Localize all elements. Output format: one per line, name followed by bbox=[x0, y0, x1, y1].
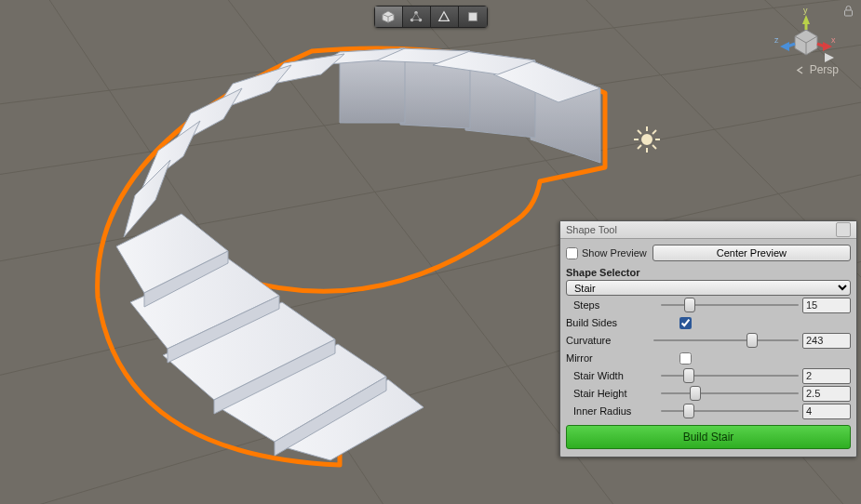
curved-stair-mesh[interactable] bbox=[42, 37, 638, 474]
projection-text: Persp bbox=[810, 63, 839, 76]
object-mode-button[interactable] bbox=[375, 7, 403, 27]
build-sides-checkbox[interactable] bbox=[679, 317, 692, 329]
cube-icon bbox=[382, 10, 395, 23]
svg-line-39 bbox=[652, 130, 656, 134]
stair-width-value[interactable]: 2 bbox=[802, 368, 851, 384]
svg-line-40 bbox=[638, 145, 641, 149]
panel-header[interactable]: Shape Tool bbox=[560, 221, 856, 239]
show-preview-label: Show Preview bbox=[582, 247, 647, 259]
curvature-label: Curvature bbox=[566, 335, 650, 346]
lock-icon[interactable] bbox=[843, 6, 854, 19]
projection-label[interactable]: Persp bbox=[796, 63, 839, 76]
shape-tool-panel: Shape Tool Show Preview Center Preview S… bbox=[559, 220, 857, 458]
inner-radius-label: Inner Radius bbox=[566, 405, 657, 417]
steps-label: Steps bbox=[566, 299, 657, 311]
inner-radius-slider[interactable] bbox=[661, 405, 799, 418]
stair-height-slider[interactable] bbox=[661, 387, 799, 400]
vertex-mode-button[interactable] bbox=[403, 7, 431, 27]
shape-selector-heading: Shape Selector bbox=[566, 267, 851, 278]
svg-line-38 bbox=[652, 145, 656, 149]
curvature-slider[interactable] bbox=[653, 334, 799, 347]
steps-slider[interactable] bbox=[661, 298, 799, 312]
face-mode-button[interactable] bbox=[459, 7, 487, 27]
svg-line-37 bbox=[638, 130, 641, 134]
panel-options-button[interactable] bbox=[836, 222, 851, 237]
center-preview-button[interactable]: Center Preview bbox=[652, 245, 851, 261]
stair-width-label: Stair Width bbox=[566, 370, 657, 381]
stair-height-label: Stair Height bbox=[566, 388, 657, 399]
vertices-icon bbox=[410, 10, 423, 23]
svg-rect-49 bbox=[845, 10, 853, 16]
edge-mode-button[interactable] bbox=[431, 7, 459, 27]
shape-selector-dropdown[interactable]: Stair bbox=[566, 280, 851, 296]
inner-radius-value[interactable]: 4 bbox=[802, 404, 851, 419]
build-sides-label: Build Sides bbox=[566, 317, 650, 328]
directional-light-gizmo[interactable] bbox=[633, 126, 661, 153]
stair-height-value[interactable]: 2.5 bbox=[802, 386, 851, 402]
edge-icon bbox=[437, 10, 451, 23]
face-icon bbox=[466, 10, 479, 23]
panel-title: Shape Tool bbox=[566, 224, 617, 235]
show-preview-checkbox[interactable] bbox=[566, 247, 578, 259]
selection-mode-toolbar bbox=[374, 6, 488, 28]
steps-value[interactable]: 15 bbox=[802, 298, 851, 313]
chevron-left-icon bbox=[796, 66, 806, 74]
build-stair-button[interactable]: Build Stair bbox=[566, 425, 851, 449]
svg-rect-48 bbox=[468, 13, 477, 21]
mirror-checkbox[interactable] bbox=[679, 352, 692, 365]
curvature-value[interactable]: 243 bbox=[802, 333, 851, 349]
mirror-label: Mirror bbox=[566, 352, 650, 364]
stair-width-slider[interactable] bbox=[661, 369, 799, 382]
svg-point-32 bbox=[642, 135, 652, 144]
